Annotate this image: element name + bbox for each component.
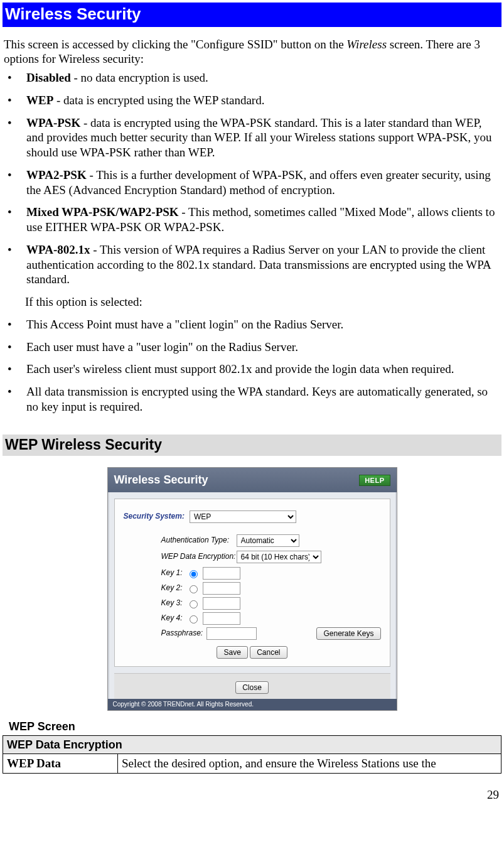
security-system-select[interactable]: WEP [190,510,296,523]
wep-enc-label: WEP Data Encryption: [161,552,237,561]
passphrase-input[interactable] [206,627,257,640]
auth-type-label: Authentication Type: [161,536,237,545]
page-number: 29 [3,787,501,802]
cancel-button[interactable]: Cancel [250,646,287,659]
table-row-text: Select the desired option, and ensure th… [118,754,501,774]
wep-data-table: WEP Data Encryption WEP Data Select the … [3,735,501,774]
sub-bullet-item: Each user must have a "user login" on th… [4,340,500,355]
option-item: WPA2-PSK - This is a further development… [4,168,500,198]
option-item: Mixed WPA-PSK/WAP2-PSK - This method, so… [4,205,500,235]
intro-paragraph: This screen is accessed by clicking the … [4,37,500,67]
table-header: WEP Data Encryption [3,735,501,754]
section-heading: WEP Wireless Security [3,435,501,456]
option-item: WEP - data is encrypted using the WEP st… [4,93,500,108]
screenshot-title: Wireless Security [114,473,208,487]
close-button[interactable]: Close [235,681,269,694]
figure-caption: WEP Screen [9,720,500,734]
key-label: Key 2: [161,583,186,593]
option-item: WPA-802.1x - This version of WPA require… [4,242,500,287]
key-radio[interactable] [190,600,198,608]
key-label: Key 3: [161,598,186,608]
key-radio[interactable] [190,585,198,593]
screenshot-header: Wireless Security HELP [108,468,397,492]
key-row: Key 1: [161,567,381,580]
screenshot-body: Security System: WEP Authentication Type… [114,499,390,667]
options-list: Disabled - no data encryption is used.WE… [4,70,500,287]
key-input[interactable] [203,567,240,580]
page-banner: Wireless Security [3,3,501,27]
key-row: Key 2: [161,582,381,595]
security-system-label: Security System: [124,512,185,521]
key-row: Key 3: [161,597,381,610]
screenshot-copyright: Copyright © 2008 TRENDnet. All Rights Re… [108,699,397,711]
table-row-label: WEP Data [3,754,118,774]
key-row: Key 4: [161,612,381,625]
key-label: Key 4: [161,613,186,623]
help-button[interactable]: HELP [359,475,390,486]
key-input[interactable] [203,612,240,625]
screenshot-container: Wireless Security HELP Security System: … [3,467,501,711]
sub-bullet-item: All data transmission is encrypted using… [4,384,500,414]
wep-screenshot: Wireless Security HELP Security System: … [107,467,397,711]
sub-note: If this option is selected: [25,294,501,310]
sub-bullets-list: This Access Point must have a "client lo… [4,317,500,414]
option-item: WPA-PSK - data is encrypted using the WP… [4,116,500,160]
save-button[interactable]: Save [217,646,247,659]
screenshot-close-bar: Close [114,673,390,699]
key-input[interactable] [203,597,240,610]
wep-enc-select[interactable]: 64 bit (10 Hex chars) [237,551,321,563]
auth-type-select[interactable]: Automatic [237,534,299,547]
key-label: Key 1: [161,568,186,578]
generate-keys-button[interactable]: Generate Keys [316,627,380,640]
key-radio[interactable] [190,615,198,624]
option-item: Disabled - no data encryption is used. [4,70,500,85]
sub-bullet-item: This Access Point must have a "client lo… [4,317,500,332]
key-radio[interactable] [190,570,198,578]
key-input[interactable] [203,582,240,595]
passphrase-label: Passphrase: [161,629,203,638]
sub-bullet-item: Each user's wireless client must support… [4,362,500,377]
